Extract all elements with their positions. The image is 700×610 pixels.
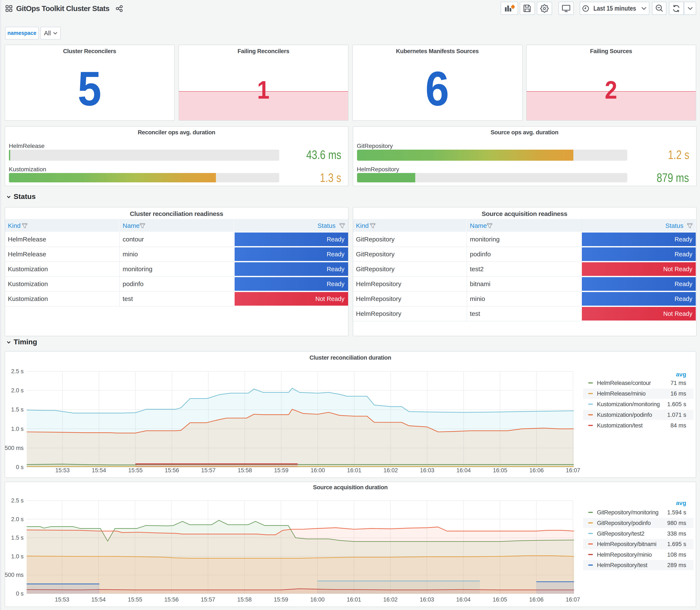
svg-text:338 ms: 338 ms: [667, 530, 686, 537]
svg-text:289 ms: 289 ms: [667, 562, 686, 568]
svg-text:15:53: 15:53: [54, 596, 69, 603]
svg-text:84 ms: 84 ms: [670, 422, 686, 429]
svg-text:2.0 s: 2.0 s: [11, 516, 23, 522]
svg-text:HelmRelease/contour: HelmRelease/contour: [597, 380, 651, 386]
svg-text:15:55: 15:55: [128, 467, 142, 473]
svg-text:500 ms: 500 ms: [4, 572, 23, 578]
svg-text:0 s: 0 s: [16, 464, 23, 470]
svg-text:15:54: 15:54: [91, 596, 105, 603]
svg-text:16:05: 16:05: [493, 467, 507, 473]
svg-text:16:05: 16:05: [493, 596, 507, 603]
svg-text:HelmRepository/test: HelmRepository/test: [597, 562, 647, 568]
svg-text:500 ms: 500 ms: [4, 445, 23, 451]
svg-text:15:58: 15:58: [238, 467, 252, 473]
svg-text:HelmRepository/minio: HelmRepository/minio: [597, 551, 652, 558]
svg-text:1.071 s: 1.071 s: [667, 412, 686, 418]
svg-text:1.594 s: 1.594 s: [667, 509, 686, 515]
svg-text:Kustomization/podinfo: Kustomization/podinfo: [597, 412, 652, 418]
svg-text:108 ms: 108 ms: [667, 551, 686, 558]
svg-text:16:06: 16:06: [529, 467, 543, 473]
svg-text:16:07: 16:07: [566, 467, 580, 473]
svg-text:15:53: 15:53: [55, 467, 69, 473]
svg-text:16:04: 16:04: [456, 467, 471, 473]
svg-text:0 s: 0 s: [16, 590, 23, 597]
svg-text:71 ms: 71 ms: [670, 380, 686, 386]
svg-text:GitRepository/test2: GitRepository/test2: [597, 530, 644, 537]
svg-text:15:56: 15:56: [164, 467, 179, 473]
svg-text:GitRepository/monitoring: GitRepository/monitoring: [597, 509, 658, 515]
svg-text:15:55: 15:55: [128, 596, 142, 603]
svg-text:15:54: 15:54: [92, 467, 106, 473]
svg-text:1.5 s: 1.5 s: [11, 534, 23, 541]
svg-text:16:01: 16:01: [347, 596, 361, 603]
svg-text:15:57: 15:57: [200, 596, 215, 603]
svg-text:1.0 s: 1.0 s: [11, 426, 23, 432]
svg-text:1.5 s: 1.5 s: [11, 406, 23, 413]
svg-text:16:04: 16:04: [456, 596, 471, 603]
svg-text:16:00: 16:00: [310, 596, 325, 603]
svg-text:16:07: 16:07: [566, 596, 580, 603]
svg-text:HelmRelease/minio: HelmRelease/minio: [597, 390, 646, 397]
svg-text:15:57: 15:57: [201, 467, 215, 473]
svg-text:16:03: 16:03: [420, 596, 434, 603]
svg-text:16:00: 16:00: [310, 467, 325, 473]
svg-text:16:01: 16:01: [347, 467, 361, 473]
svg-text:2.5 s: 2.5 s: [11, 497, 23, 503]
svg-text:16:02: 16:02: [383, 596, 397, 603]
svg-text:1.695 s: 1.695 s: [667, 541, 686, 547]
svg-text:Kustomization/monitoring: Kustomization/monitoring: [597, 401, 660, 407]
svg-text:GitRepository/podinfo: GitRepository/podinfo: [597, 519, 650, 526]
svg-text:avg: avg: [676, 371, 686, 378]
svg-text:1.605 s: 1.605 s: [667, 401, 686, 407]
svg-text:16:02: 16:02: [384, 467, 398, 473]
svg-text:1.0 s: 1.0 s: [11, 553, 23, 559]
svg-text:2.5 s: 2.5 s: [11, 368, 23, 374]
svg-text:16:03: 16:03: [420, 467, 434, 473]
svg-text:2.0 s: 2.0 s: [11, 387, 23, 394]
svg-text:HelmRepository/bitnami: HelmRepository/bitnami: [597, 541, 656, 547]
svg-text:16 ms: 16 ms: [670, 390, 686, 397]
svg-text:15:56: 15:56: [164, 596, 179, 603]
svg-text:15:58: 15:58: [237, 596, 251, 603]
svg-text:16:06: 16:06: [529, 596, 543, 603]
svg-text:980 ms: 980 ms: [667, 519, 686, 526]
svg-text:avg: avg: [676, 499, 686, 506]
svg-text:15:59: 15:59: [274, 467, 288, 473]
svg-text:15:59: 15:59: [274, 596, 288, 603]
svg-text:Kustomization/test: Kustomization/test: [597, 422, 642, 429]
